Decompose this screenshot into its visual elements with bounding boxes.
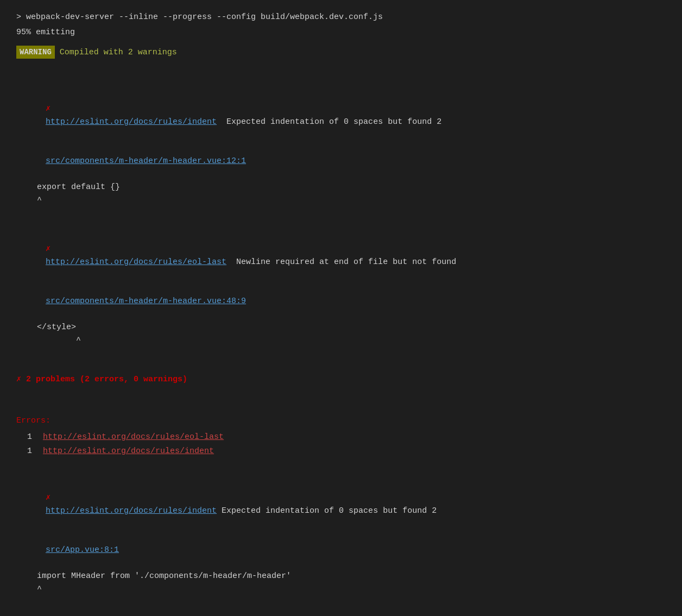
terminal-output: > webpack-dev-server --inline --progress… xyxy=(16,11,666,616)
error1-url-rule[interactable]: indent xyxy=(187,506,217,516)
error-list-rule-1[interactable]: eol-last xyxy=(185,432,224,442)
warning1-filepath[interactable]: src/components/m-header/m-header.vue:12:… xyxy=(46,156,246,166)
warning2-link-line: ✗ http://eslint.org/docs/rules/eol-last … xyxy=(16,230,666,282)
warning-compiled-text: Compiled with 2 warnings xyxy=(60,48,177,57)
error1-file: src/App.vue:8:1 xyxy=(16,531,666,570)
warning2-file: src/components/m-header/m-header.vue:48:… xyxy=(16,282,666,321)
warning1-file: src/components/m-header/m-header.vue:12:… xyxy=(16,142,666,181)
error-list-rule-2[interactable]: indent xyxy=(185,447,214,456)
warning1-link-line: ✗ http://eslint.org/docs/rules/indent Ex… xyxy=(16,90,666,142)
error1-filepath[interactable]: src/App.vue:8:1 xyxy=(46,545,119,555)
error1-caret: ^ xyxy=(16,583,666,596)
errors-header: Errors: xyxy=(16,414,666,428)
warning1-url-base[interactable]: http://eslint.org/docs/rules/ xyxy=(46,117,187,127)
error1-message: Expected indentation of 0 spaces but fou… xyxy=(217,506,437,516)
warning2-url-base[interactable]: http://eslint.org/docs/rules/ xyxy=(46,257,187,267)
warning1-code: export default {} xyxy=(16,181,666,194)
warning2-url-rule[interactable]: eol-last xyxy=(187,257,226,267)
warning2-code: </style> xyxy=(16,321,666,334)
error-icon-1: ✗ xyxy=(46,104,50,114)
emitting-line: 95% emitting xyxy=(16,26,666,39)
error-list-url-base-1[interactable]: http://eslint.org/docs/rules/ xyxy=(43,432,185,442)
error-icon-2: ✗ xyxy=(46,244,50,254)
warning2-caret: ^ xyxy=(16,334,666,347)
warning1-message: Expected indentation of 0 spaces but fou… xyxy=(217,117,441,127)
error1-url-base[interactable]: http://eslint.org/docs/rules/ xyxy=(46,506,187,516)
warning2-message: Newline required at end of file but not … xyxy=(226,257,456,267)
warning-badge: WARNING xyxy=(16,46,55,59)
error1-code: import MHeader from './components/m-head… xyxy=(16,570,666,583)
warning1-caret: ^ xyxy=(16,194,666,207)
error-block-1: ✗ http://eslint.org/docs/rules/indent Ex… xyxy=(16,479,666,596)
command-line: > webpack-dev-server --inline --progress… xyxy=(16,11,666,24)
warning1-url-rule[interactable]: indent xyxy=(187,117,217,127)
error-icon-e1: ✗ xyxy=(46,493,50,502)
warning2-filepath[interactable]: src/components/m-header/m-header.vue:48:… xyxy=(46,297,246,306)
error-list-num-2: 1 xyxy=(27,445,38,458)
warning-block-1: ✗ http://eslint.org/docs/rules/indent Ex… xyxy=(16,90,666,207)
error1-link-line: ✗ http://eslint.org/docs/rules/indent Ex… xyxy=(16,479,666,531)
error-list-item-2: 1 http://eslint.org/docs/rules/indent xyxy=(16,445,666,458)
error-list-url-base-2[interactable]: http://eslint.org/docs/rules/ xyxy=(43,447,185,456)
warning-line: WARNING Compiled with 2 warnings xyxy=(16,46,666,59)
error-list-num-1: 1 xyxy=(27,431,38,444)
problems-summary: ✗ 2 problems (2 errors, 0 warnings) xyxy=(16,373,666,386)
warning-block-2: ✗ http://eslint.org/docs/rules/eol-last … xyxy=(16,230,666,347)
error-list-item-1: 1 http://eslint.org/docs/rules/eol-last xyxy=(16,431,666,444)
